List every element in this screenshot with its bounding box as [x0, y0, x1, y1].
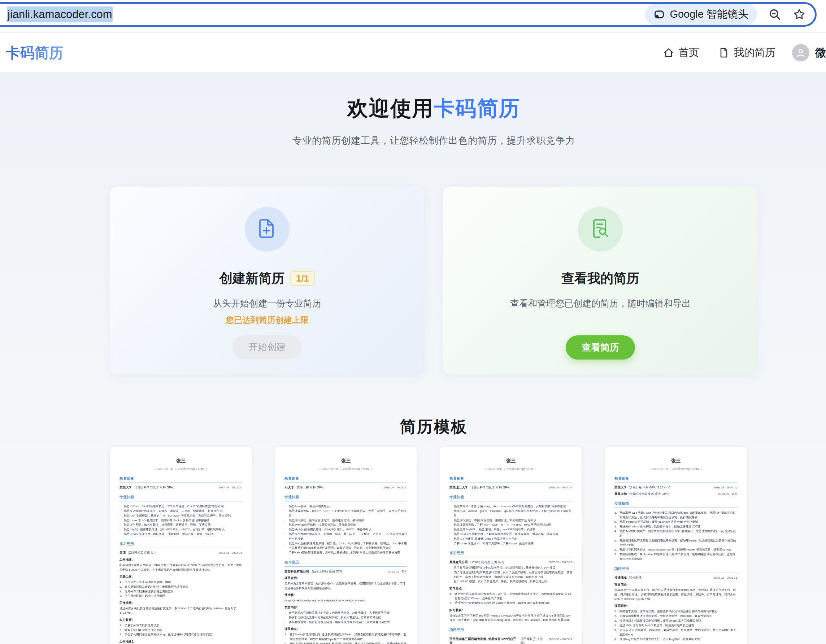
view-resume-card: 查看我的简历 查看和管理您已创建的简历，随时编辑和导出 查看简历: [443, 187, 758, 374]
template-list-item: 1.独立设计选品库模块的数据库表，索引等，对数据库查询进行优化，将数据库检索时间…: [449, 591, 572, 601]
template-label: 项目简介:: [615, 582, 737, 587]
template-entry-date: 2017-09 - 2021-06: [217, 486, 242, 489]
resume-template-card[interactable]: 张三12345678910 ｜ test@example.com ｜教育背景某某…: [605, 447, 747, 644]
template-entry: 某某大学计算机科学与技术 硕士 GPA:2020-09 - 至今: [615, 492, 737, 496]
template-list-item: ·熟悉 Linux 下 I/O 复用技术，能够利用 Socket 套接字进行网络…: [120, 518, 242, 522]
template-list-item: 4.熟悉 MySQL 数据库，熟练掌握增删改查等 SQL 语句编写，能通过数据库…: [615, 529, 737, 538]
view-resume-button[interactable]: 查看简历: [566, 335, 635, 360]
template-name: 张三: [284, 457, 407, 464]
template-section-heading: 教育背景: [120, 476, 242, 483]
template-paragraph: 该项目是一个零售电商平台，客户可以通过前台浏览和购买商品，管理员可通过后台对平台…: [615, 587, 737, 601]
template-list-item: ·熟悉常用数据结构与算法，如数组、链表、栈、队列、二叉树等，对递归、二分等常用的…: [284, 532, 407, 541]
header-nav: 首页 我的简历 微信用户: [663, 33, 826, 72]
template-list-item: ·熟悉Java基础，集合等相关知识: [284, 504, 407, 509]
document-search-icon: [589, 217, 612, 242]
template-section-heading: 教育背景: [284, 476, 407, 483]
template-section-heading: 专业技能: [120, 495, 242, 501]
template-list-item: 4.通过 SQL 语句查询 MySQ 数据库，验证测试结果的正确性: [615, 623, 737, 628]
template-list-item: ·掌握 Gin、GORM、gRPC、ProtoBuf、go-zero 等框架的基…: [449, 509, 572, 518]
template-entry-date: 2022-05 - 2022-07: [547, 637, 572, 640]
template-section-heading: 教育背景: [449, 476, 572, 483]
template-contact: 1234567890 ｜ test@example.com ｜: [449, 467, 572, 471]
template-list-item: ·熟悉 Redis 部分原理，如持久化、过期删除、缓存击穿、穿透、雪崩等;: [120, 532, 242, 537]
template-entry: 某某大学软件工程 本科 GPA: 3.14 / 4.02016-09 - 202…: [615, 486, 737, 490]
star-icon[interactable]: [792, 8, 806, 21]
template-list-item: 1.使用分库分表来存储未发放的二维码: [120, 580, 242, 584]
avatar: [792, 44, 809, 61]
template-list-item: 3.学会了利用日志信息来查找 bug，在此过程中代码调试能力得到了提升: [120, 632, 242, 637]
template-paragraph: 无界AI为全球用户呈现一站式的AI创作、交流和分享服务。仅需简洁的词汇描述或参考…: [284, 581, 407, 591]
create-resume-card: 创建新简历 1/1 从头开始创建一份专业简历 您已达到简历创建上限 开始创建: [110, 187, 424, 374]
template-section: 教育背景某某大学软件工程 本科 GPA: 3.14 / 4.02016-09 -…: [615, 476, 737, 496]
template-entry-date: 2016-09 - 2020-06: [711, 486, 737, 489]
template-entry: 某某有限公司Golang 实习生 上海 实习2022-03 - 2022-07: [449, 560, 572, 564]
url-selected-text[interactable]: jianli.kamacoder.com: [7, 6, 113, 22]
template-section-heading: 实习经历: [449, 551, 572, 557]
template-list-item: ·熟悉 MySQL的使用及原理，如MySQL索引、MVCC、存储引擎、锁机制等知…: [120, 527, 242, 532]
template-section-heading: 项目经历: [615, 566, 737, 573]
template-name: 张三: [449, 457, 572, 464]
template-section: 项目经历柠檬商城软件测试2023-03 - 2023-05项目简介:该项目是一个…: [615, 566, 737, 644]
nav-item-my-resume[interactable]: 我的简历: [718, 45, 775, 60]
template-section: 专业技能·熟悉 C/C++，C++封装继承多态，STL常用容器，C++11 常用…: [120, 495, 242, 537]
page-title: 欢迎使用卡码简历: [110, 73, 758, 123]
camera-lens-icon: [654, 9, 665, 20]
address-bar-actions: Google 智能镜头: [645, 4, 806, 25]
template-section: 专业技能1.熟练掌握 web 功能 / web 自动化/接口/接口自动化/app…: [615, 501, 737, 561]
nav-item-home[interactable]: 首页: [663, 45, 699, 60]
template-paragraph: 此项目用于销售人员申请二维码,之前一次最多可以申请 2000 个,现在因为业务扩…: [120, 563, 242, 572]
template-section: 实习经历某某科技有限公司Java 工程师 杭州 实习2023-02 - 至今项目…: [284, 560, 407, 644]
template-list-item: 7.掌握持续集成工具 Jenkins 和版本管理工具 GIT 的使用，能够构建自…: [615, 552, 737, 561]
create-card-desc: 从头开始创建一份专业简历: [110, 298, 424, 309]
magnifier-minus-icon[interactable]: [768, 8, 782, 21]
template-list-item: 2.对具体功能模块进行系统测试，包括功能测试，界面测试，兼容性测试等: [615, 614, 737, 618]
document-plus-icon: [256, 217, 279, 242]
templates-section-title: 简历模板: [110, 416, 758, 438]
template-entry: 美团后端开发工程师 实习2023-01 - 2024-01: [120, 551, 242, 555]
page-title-prefix: 欢迎使用: [347, 96, 434, 120]
resume-template-card[interactable]: 张三12345678910 ｜ test@example.com ｜教育背景某某…: [110, 447, 252, 644]
create-card-title: 创建新简历: [219, 270, 284, 287]
template-list-item: 1.根据需求文档，使用等价类、边界值和场景法等方法进行测试用例编写并执行: [615, 609, 737, 614]
resume-preview: 张三1234567890 ｜ test@example.com ｜教育背景某某理…: [440, 447, 582, 644]
template-section: 专业技能·熟练掌握 Go 语言,了解 map、slice、channal,GMP…: [449, 495, 572, 545]
template-entry-date: 2020-09 - 至今: [717, 492, 737, 496]
template-entry: xx大学软件工程 本科 GPA:2019-09 - 2023-06: [284, 486, 407, 490]
google-lens-button[interactable]: Google 智能镜头: [645, 4, 757, 25]
template-label: 工作描述:: [120, 557, 242, 562]
site-logo[interactable]: 卡码简历: [6, 33, 64, 72]
template-list-item: ·熟悉MySQL的使用及原理，如MySQL索引、MVCC、事务等知识: [284, 527, 407, 532]
template-entry: 某某理工大学计算机科学与技术 本科 GPA:2020-09 - 2024-07: [449, 486, 572, 490]
template-list-item: ·熟悉 C/C++，C++封装继承多态，STL常用容器，C++11 常用特性(智…: [120, 504, 242, 509]
action-cards: 创建新简历 1/1 从头开始创建一份专业简历 您已达到简历创建上限 开始创建: [110, 187, 758, 374]
template-list-item: 1.基于Kafka实现延时队列: 通过多层级的延时Topic，消费者按照特定的时…: [284, 632, 407, 641]
nav-item-label: 首页: [678, 45, 699, 60]
template-section: 专业技能·熟悉Java基础，集合等相关知识·熟悉计算机网络，如TCP、UDP、H…: [284, 495, 407, 555]
resume-template-card[interactable]: 张三1234567890 ｜ test@example.com ｜教育背景某某理…: [440, 447, 582, 644]
view-card-title: 查看我的简历: [561, 270, 639, 287]
template-name: 张三: [615, 457, 737, 464]
browser-window: jianli.kamacoder.com Google 智能镜头: [0, 0, 826, 644]
template-entry-date: 2023-02 - 至今: [387, 570, 407, 574]
user-menu[interactable]: 微信用户: [792, 44, 826, 61]
template-list-item: 2.熟悉 Python3 语言基础，使用 selenium 进行 web 自动化…: [615, 520, 737, 524]
start-create-button[interactable]: 开始创建: [233, 335, 302, 359]
template-section-heading: 实习经历: [284, 560, 407, 567]
google-lens-label: Google 智能镜头: [670, 7, 748, 22]
template-list-item: 3.根据接口文档编写接口测试用例，使用Jmeter 工具完成接口测试: [615, 618, 737, 623]
template-label: 工作描述2:: [120, 639, 242, 644]
template-list-item: ·熟悉常见数据结构及算法，如链表、哈希表、二叉树、快速排序、归并排序等;: [120, 509, 242, 513]
url-input[interactable]: jianli.kamacoder.com Google 智能镜头: [0, 2, 817, 27]
page-title-brand: 卡码简历: [434, 96, 520, 120]
template-section: 实习经历美团后端开发工程师 实习2023-01 - 2024-01工作描述:此项…: [120, 542, 242, 644]
template-list-item: 5.熟悉接口测试环境部署以及接口测试用例编写，能够用Jmeter 完成接口测试以…: [615, 538, 737, 547]
limit-warning: 您已达到简历创建上限: [110, 314, 424, 326]
create-icon-circle: [245, 207, 290, 251]
template-section-heading: 专业技能: [284, 495, 407, 501]
url-text[interactable]: jianli.kamacoder.com: [7, 8, 113, 21]
template-list-item: 1.了解了分布式锁的使用场景: [120, 623, 242, 627]
template-section-heading: 教育背景: [615, 476, 737, 483]
template-section: 实习经历某某有限公司Golang 实习生 上海 实习2022-03 - 2022…: [449, 551, 572, 622]
template-list-item: ·熟悉JVM,如内存结构、垃圾回收算法、类加载等机制: [284, 522, 407, 527]
resume-template-card[interactable]: 张三12345678910 ｜ test@example.com ｜教育背景xx…: [275, 447, 417, 644]
